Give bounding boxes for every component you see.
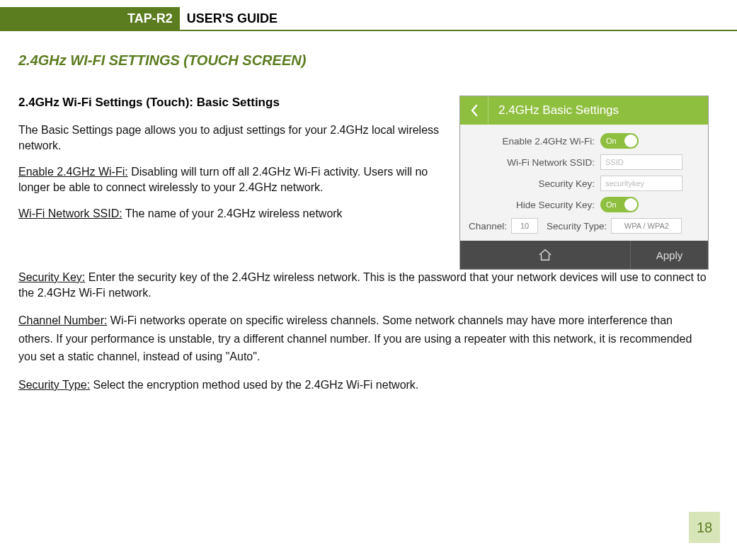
- mock-body: Enable 2.4GHz Wi-Fi: On Wi-Fi Network SS…: [460, 125, 708, 241]
- def-ssid: Wi-Fi Network SSID: The name of your 2.4…: [18, 206, 454, 222]
- def-sectype-text: Select the encryption method used by the…: [90, 379, 418, 391]
- subsection-heading: 2.4GHz Wi-Fi Settings (Touch): Basic Set…: [18, 96, 454, 110]
- touchscreen-mockup: 2.4GHz Basic Settings Enable 2.4GHz Wi-F…: [459, 96, 709, 270]
- ssid-input[interactable]: SSID: [600, 154, 682, 170]
- mock-ssid-label: Wi-Fi Network SSID:: [469, 157, 600, 168]
- page-number: 18: [689, 512, 720, 543]
- back-button[interactable]: [460, 96, 489, 125]
- channel-select[interactable]: 10: [511, 218, 538, 234]
- home-icon: [537, 248, 553, 262]
- mock-header: 2.4GHz Basic Settings: [460, 96, 708, 125]
- mock-enable-label: Enable 2.4GHz Wi-Fi:: [469, 136, 600, 147]
- def-seckey: Security Key: Enter the security key of …: [18, 270, 709, 300]
- def-channel-text: Wi-Fi networks operate on specific wirel…: [18, 314, 692, 362]
- mock-seckey-label: Security Key:: [469, 178, 600, 189]
- def-channel: Channel Number: Wi-Fi networks operate o…: [18, 312, 709, 366]
- apply-button[interactable]: Apply: [630, 241, 708, 269]
- def-sectype-term: Security Type:: [18, 379, 90, 391]
- mock-footer: Apply: [460, 241, 708, 269]
- def-enable: Enable 2.4GHz Wi-Fi: Disabling will turn…: [18, 164, 454, 195]
- home-button[interactable]: [460, 248, 630, 262]
- def-ssid-term: Wi-Fi Network SSID:: [18, 207, 122, 219]
- hidekey-toggle[interactable]: On: [600, 197, 639, 212]
- page-header: TAP-R2 USER'S GUIDE: [0, 7, 737, 31]
- intro-paragraph: The Basic Settings page allows you to ad…: [18, 122, 454, 153]
- def-ssid-text: The name of your 2.4GHz wireless network: [122, 207, 343, 219]
- def-channel-term: Channel Number:: [18, 314, 107, 326]
- def-seckey-term: Security Key:: [18, 271, 85, 283]
- enable-toggle[interactable]: On: [600, 133, 639, 149]
- doc-title: USER'S GUIDE: [180, 7, 278, 30]
- mock-sectype-label: Security Type:: [547, 221, 607, 232]
- securitytype-select[interactable]: WPA / WPA2: [611, 218, 682, 234]
- def-enable-term: Enable 2.4GHz Wi-Fi:: [18, 166, 128, 178]
- def-sectype: Security Type: Select the encryption met…: [18, 377, 709, 393]
- mock-channel-label: Channel:: [469, 221, 507, 232]
- product-tag: TAP-R2: [0, 7, 180, 30]
- mock-hidekey-label: Hide Security Key:: [469, 200, 600, 210]
- securitykey-input[interactable]: securitykey: [600, 176, 682, 191]
- mock-title: 2.4GHz Basic Settings: [489, 103, 619, 118]
- chevron-left-icon: [469, 104, 479, 117]
- section-title: 2.4GHz WI-FI SETTINGS (TOUCH SCREEN): [18, 52, 709, 69]
- def-seckey-text: Enter the security key of the 2.4GHz wir…: [18, 271, 707, 299]
